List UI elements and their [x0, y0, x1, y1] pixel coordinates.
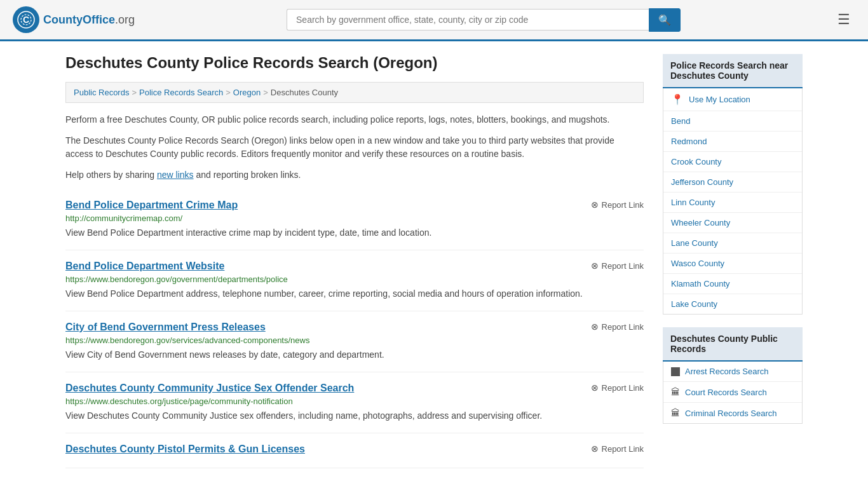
- result-item: Bend Police Department Crime Map ⊗ Repor…: [65, 189, 644, 250]
- new-links-link[interactable]: new links: [157, 170, 194, 180]
- result-title[interactable]: City of Bend Government Press Releases: [65, 322, 266, 333]
- report-icon: ⊗: [591, 383, 599, 393]
- result-item: Deschutes County Pistol Permits & Gun Li…: [65, 433, 644, 468]
- page-title: Deschutes County Police Records Search (…: [65, 54, 644, 72]
- court-records-link[interactable]: Court Records Search: [685, 388, 767, 397]
- result-title[interactable]: Bend Police Department Website: [65, 261, 224, 272]
- result-desc: View Bend Police Department address, tel…: [65, 287, 644, 301]
- nearby-section: Police Records Search near Deschutes Cou…: [663, 54, 803, 315]
- sidebar-item-crook-county[interactable]: Crook County: [663, 152, 802, 172]
- nearby-link[interactable]: Bend: [671, 116, 690, 126]
- breadcrumb-current: Deschutes County: [271, 88, 338, 97]
- breadcrumb-oregon[interactable]: Oregon: [233, 88, 261, 97]
- breadcrumb-police-records-search[interactable]: Police Records Search: [139, 88, 223, 97]
- sidebar-item-bend[interactable]: Bend: [663, 111, 802, 132]
- nearby-link[interactable]: Linn County: [671, 198, 715, 207]
- public-records-section: Deschutes County Public Records Arrest R…: [663, 327, 803, 424]
- nearby-link[interactable]: Redmond: [671, 137, 707, 146]
- description-para3: Help others by sharing new links and rep…: [65, 168, 644, 182]
- public-records-court[interactable]: 🏛 Court Records Search: [663, 382, 802, 403]
- report-link[interactable]: ⊗ Report Link: [591, 444, 644, 454]
- public-records-header: Deschutes County Public Records: [663, 327, 803, 362]
- result-url[interactable]: http://communitycrimemap.com/: [65, 214, 644, 223]
- header: C CountyOffice.org 🔍 ☰: [0, 0, 868, 41]
- result-desc: View City of Bend Government news releas…: [65, 348, 644, 362]
- report-link[interactable]: ⊗ Report Link: [591, 383, 644, 393]
- result-url[interactable]: https://www.bendoregon.gov/government/de…: [65, 274, 644, 284]
- public-records-criminal[interactable]: 🏛 Criminal Records Search: [663, 403, 802, 423]
- content-area: Deschutes County Police Records Search (…: [65, 54, 644, 468]
- sidebar-item-jefferson-county[interactable]: Jefferson County: [663, 172, 802, 193]
- nearby-link[interactable]: Wheeler County: [671, 218, 730, 227]
- result-desc: View Bend Police Department interactive …: [65, 226, 644, 240]
- sidebar-item-lake-county[interactable]: Lake County: [663, 294, 802, 314]
- breadcrumb-public-records[interactable]: Public Records: [74, 88, 129, 97]
- sidebar-item-wheeler-county[interactable]: Wheeler County: [663, 213, 802, 233]
- main-container: Deschutes County Police Records Search (…: [53, 41, 815, 481]
- public-records-list: Arrest Records Search 🏛 Court Records Se…: [663, 362, 803, 424]
- report-link[interactable]: ⊗ Report Link: [591, 261, 644, 271]
- report-link[interactable]: ⊗ Report Link: [591, 200, 644, 210]
- report-link[interactable]: ⊗ Report Link: [591, 322, 644, 332]
- search-area: 🔍: [287, 8, 681, 32]
- result-title[interactable]: Deschutes County Pistol Permits & Gun Li…: [65, 444, 305, 455]
- sidebar-item-redmond[interactable]: Redmond: [663, 132, 802, 152]
- sidebar-item-wasco-county[interactable]: Wasco County: [663, 254, 802, 274]
- nearby-link[interactable]: Klamath County: [671, 279, 730, 288]
- nearby-link[interactable]: Lane County: [671, 238, 718, 248]
- nearby-link[interactable]: Lake County: [671, 299, 717, 309]
- logo-icon: C: [13, 6, 39, 33]
- search-button[interactable]: 🔍: [649, 8, 681, 32]
- result-url[interactable]: https://www.bendoregon.gov/services/adva…: [65, 336, 644, 345]
- hamburger-menu-button[interactable]: ☰: [832, 9, 855, 30]
- nearby-link[interactable]: Jefferson County: [671, 177, 733, 187]
- nearby-list: 📍 Use My Location Bend Redmond Crook Cou…: [663, 88, 803, 315]
- svg-text:C: C: [23, 15, 29, 25]
- result-title[interactable]: Deschutes County Community Justice Sex O…: [65, 383, 354, 394]
- nearby-link[interactable]: Crook County: [671, 157, 721, 166]
- public-records-arrest[interactable]: Arrest Records Search: [663, 362, 802, 382]
- report-icon: ⊗: [591, 200, 599, 210]
- building-icon: 🏛: [671, 387, 680, 397]
- results-list: Bend Police Department Crime Map ⊗ Repor…: [65, 189, 644, 468]
- sidebar-item-linn-county[interactable]: Linn County: [663, 193, 802, 213]
- building-icon: 🏛: [671, 408, 680, 418]
- square-icon: [671, 367, 680, 376]
- nearby-link[interactable]: Wasco County: [671, 259, 724, 268]
- logo-text[interactable]: CountyOffice.org: [43, 13, 135, 27]
- result-url[interactable]: https://www.deschutes.org/justice/page/c…: [65, 396, 644, 406]
- logo-area: C CountyOffice.org: [13, 6, 135, 33]
- description-para2: The Deschutes County Police Records Sear…: [65, 134, 644, 161]
- search-input[interactable]: [287, 9, 649, 30]
- nearby-header: Police Records Search near Deschutes Cou…: [663, 54, 803, 88]
- sidebar: Police Records Search near Deschutes Cou…: [663, 54, 803, 468]
- result-item: Deschutes County Community Justice Sex O…: [65, 372, 644, 433]
- report-icon: ⊗: [591, 444, 599, 454]
- location-icon: 📍: [671, 93, 684, 105]
- hamburger-icon: ☰: [837, 11, 850, 27]
- result-desc: View Deschutes County Community Justice …: [65, 409, 644, 423]
- use-location-link[interactable]: Use My Location: [689, 95, 750, 104]
- result-item: City of Bend Government Press Releases ⊗…: [65, 311, 644, 372]
- breadcrumb: Public Records > Police Records Search >…: [65, 82, 644, 103]
- arrest-records-link[interactable]: Arrest Records Search: [685, 367, 769, 376]
- sidebar-item-klamath-county[interactable]: Klamath County: [663, 274, 802, 294]
- use-location-item[interactable]: 📍 Use My Location: [663, 88, 802, 111]
- report-icon: ⊗: [591, 261, 599, 271]
- sidebar-item-lane-county[interactable]: Lane County: [663, 233, 802, 254]
- search-icon: 🔍: [658, 15, 671, 25]
- result-item: Bend Police Department Website ⊗ Report …: [65, 250, 644, 311]
- description-para1: Perform a free Deschutes County, OR publ…: [65, 113, 644, 126]
- criminal-records-link[interactable]: Criminal Records Search: [685, 409, 777, 418]
- report-icon: ⊗: [591, 322, 599, 332]
- result-title[interactable]: Bend Police Department Crime Map: [65, 200, 238, 211]
